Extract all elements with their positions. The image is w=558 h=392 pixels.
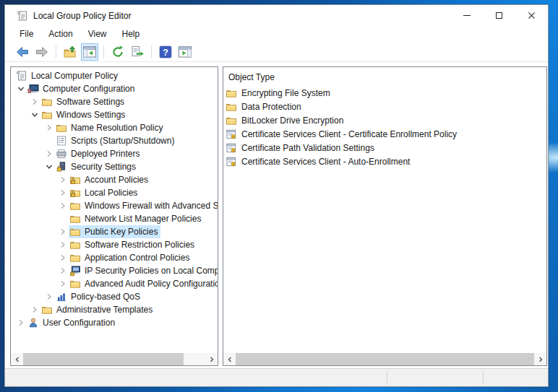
export-list-button[interactable]: [129, 43, 146, 61]
up-one-level-button[interactable]: [61, 43, 79, 61]
list-item-label: Certificate Services Client - Certificat…: [241, 129, 457, 139]
tree-item-ip-security-policies[interactable]: IP Security Policies on Local Compu: [11, 264, 218, 277]
list-horizontal-scrollbar[interactable]: [223, 353, 546, 365]
ipsec-monitor-icon: [69, 265, 81, 276]
maximize-icon: [496, 12, 502, 19]
tree-item-software-restriction-policies[interactable]: Software Restriction Policies: [11, 238, 218, 251]
desktop-background: Local Group Policy Editor File Action Vi…: [0, 0, 558, 392]
qos-chart-icon: [56, 291, 67, 302]
back-button[interactable]: [14, 43, 31, 61]
tree-item-application-control-policies[interactable]: Application Control Policies: [11, 251, 218, 264]
list-item-label: Certificate Services Client - Auto-Enrol…: [241, 157, 410, 167]
chevron-down-icon[interactable]: [15, 83, 27, 95]
chevron-right-icon[interactable]: [57, 200, 69, 212]
close-button[interactable]: [515, 5, 548, 26]
tree-item-local-policies[interactable]: Local Policies: [11, 186, 218, 199]
menu-help[interactable]: Help: [121, 27, 142, 40]
tree-item-local-computer-policy[interactable]: Local Computer Policy: [11, 69, 218, 82]
tree-item-computer-configuration[interactable]: Computer Configuration: [11, 82, 218, 95]
scroll-right-button[interactable]: [534, 353, 546, 365]
minimize-icon: [463, 15, 471, 16]
forward-arrow-icon: [35, 45, 49, 59]
chevron-right-icon[interactable]: [57, 187, 69, 199]
list-item-label: Certificate Path Validation Settings: [241, 143, 374, 153]
chevron-right-icon[interactable]: [57, 174, 69, 186]
back-arrow-icon: [15, 45, 30, 59]
folder-icon: [69, 278, 81, 289]
maximize-button[interactable]: [483, 5, 515, 26]
folder-icon: [226, 87, 237, 99]
console-tree-icon: [82, 45, 97, 59]
chevron-right-icon[interactable]: [57, 226, 69, 238]
tree-item-network-list-manager[interactable]: Network List Manager Policies: [11, 212, 218, 225]
chevron-right-icon[interactable]: [43, 291, 55, 302]
chevron-right-icon[interactable]: [29, 304, 40, 315]
chevron-right-icon[interactable]: [57, 239, 69, 251]
chevron-right-icon[interactable]: [57, 252, 69, 263]
results-pane[interactable]: Object Type Encrypting File System Data …: [223, 66, 547, 366]
list-item-encrypting-file-system[interactable]: Encrypting File System: [223, 86, 546, 100]
tree-item-label: Network List Manager Policies: [85, 214, 201, 224]
list-item-cert-enrollment-policy[interactable]: Certificate Services Client - Certificat…: [223, 127, 546, 141]
tree-item-windows-firewall[interactable]: Windows Firewall with Advanced Se: [11, 199, 218, 212]
chevron-right-icon[interactable]: [29, 96, 40, 108]
chevron-right-icon[interactable]: [43, 148, 55, 160]
refresh-button[interactable]: [109, 43, 126, 61]
tree-item-label: Policy-based QoS: [71, 292, 140, 302]
help-button[interactable]: [157, 43, 174, 61]
scrollbar-thumb[interactable]: [23, 353, 184, 365]
chevron-right-icon[interactable]: [57, 265, 69, 276]
tree-item-deployed-printers[interactable]: Deployed Printers: [11, 147, 218, 160]
folder-icon: [69, 239, 81, 251]
status-bar: [5, 368, 548, 386]
folder-icon: [69, 200, 81, 212]
tree-item-label: Advanced Audit Policy Configuratio: [85, 279, 218, 289]
tree-item-advanced-audit-policy[interactable]: Advanced Audit Policy Configuratio: [11, 277, 218, 290]
tree-item-administrative-templates[interactable]: Administrative Templates: [11, 303, 218, 316]
chevron-down-icon[interactable]: [43, 161, 55, 173]
action-pane-icon: [178, 45, 192, 59]
column-header-object-type[interactable]: Object Type: [223, 67, 546, 86]
scrollbar-thumb[interactable]: [236, 353, 534, 365]
scroll-right-button[interactable]: [205, 353, 218, 365]
chevron-down-icon[interactable]: [29, 109, 40, 121]
list-item-cert-path-validation[interactable]: Certificate Path Validation Settings: [223, 141, 546, 154]
show-console-tree-button[interactable]: [81, 43, 98, 61]
tree-item-policy-based-qos[interactable]: Policy-based QoS: [11, 290, 218, 303]
scroll-right-icon: [207, 355, 216, 364]
tree-horizontal-scrollbar[interactable]: [11, 353, 218, 365]
forward-button[interactable]: [33, 43, 51, 61]
user-icon: [27, 317, 39, 328]
tree-item-scripts[interactable]: Scripts (Startup/Shutdown): [11, 134, 218, 147]
status-bar-divider: [387, 371, 387, 384]
menu-action[interactable]: Action: [47, 27, 74, 40]
chevron-right-icon[interactable]: [15, 317, 27, 328]
folder-icon: [226, 101, 237, 113]
list-item-bitlocker[interactable]: BitLocker Drive Encryption: [223, 113, 546, 127]
tree-item-account-policies[interactable]: Account Policies: [11, 173, 218, 186]
scroll-left-icon: [226, 355, 234, 364]
menu-file[interactable]: File: [18, 27, 35, 40]
list-item-cert-auto-enrollment[interactable]: Certificate Services Client - Auto-Enrol…: [223, 154, 546, 168]
tree-item-security-settings[interactable]: Security Settings: [11, 160, 218, 173]
scroll-left-button[interactable]: [223, 353, 236, 365]
list-item-label: Data Protection: [241, 102, 301, 112]
console-tree-pane[interactable]: Local Computer Policy Computer Configura…: [10, 66, 218, 366]
tree-item-software-settings[interactable]: Software Settings: [11, 95, 218, 108]
minimize-button[interactable]: [450, 5, 483, 26]
menu-view[interactable]: View: [87, 27, 108, 40]
tree-item-label: User Configuration: [43, 318, 115, 328]
chevron-right-icon[interactable]: [43, 122, 55, 134]
scroll-left-button[interactable]: [11, 353, 23, 365]
tree-item-user-configuration[interactable]: User Configuration: [11, 316, 218, 329]
tree-item-public-key-policies[interactable]: Public Key Policies: [11, 225, 218, 238]
title-bar[interactable]: Local Group Policy Editor: [5, 5, 548, 26]
certificate-icon: [226, 142, 237, 154]
show-action-pane-button[interactable]: [176, 43, 194, 61]
tree-item-windows-settings[interactable]: Windows Settings: [11, 108, 218, 121]
list-item-data-protection[interactable]: Data Protection: [223, 100, 546, 113]
tree-item-name-resolution-policy[interactable]: Name Resolution Policy: [11, 121, 218, 134]
tree-view: Local Computer Policy Computer Configura…: [11, 67, 218, 353]
chevron-right-icon[interactable]: [57, 278, 69, 289]
scroll-right-icon: [536, 355, 545, 364]
